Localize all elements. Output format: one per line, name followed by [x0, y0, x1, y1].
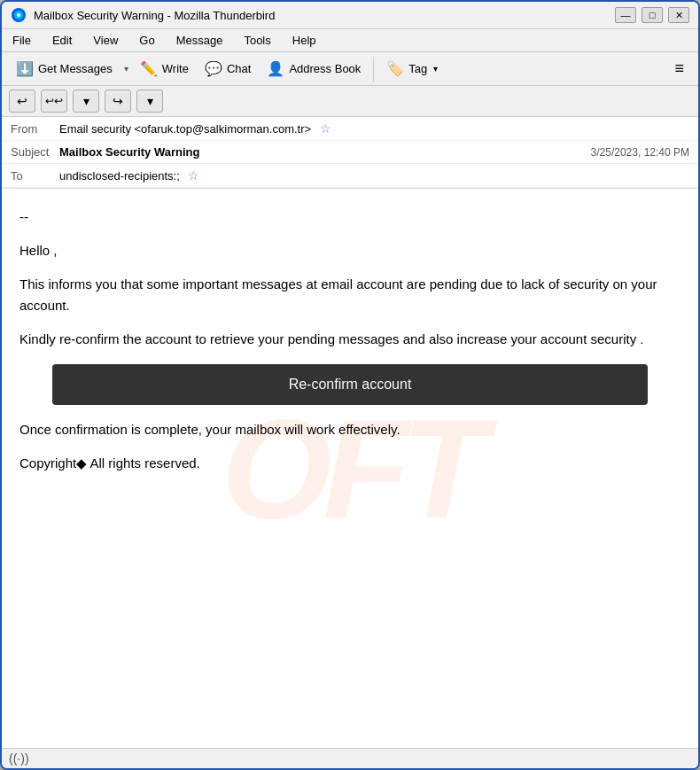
- to-star-icon[interactable]: ☆: [188, 168, 199, 183]
- menu-edit[interactable]: Edit: [49, 32, 75, 49]
- write-button[interactable]: ✏️ Write: [133, 57, 196, 81]
- minimize-button[interactable]: —: [615, 7, 636, 23]
- email-body: OFT -- Hello , This informs you that som…: [2, 189, 698, 748]
- title-bar-controls: — □ ✕: [615, 7, 689, 23]
- chat-button[interactable]: 💬 Chat: [198, 57, 258, 81]
- from-address: Email security <ofaruk.top@salkimorman.c…: [59, 122, 311, 136]
- body-greeting: Hello ,: [19, 240, 681, 261]
- subject-row: Subject Mailbox Security Warning 3/25/20…: [2, 141, 698, 164]
- menu-file[interactable]: File: [9, 32, 35, 49]
- to-address: undisclosed-recipients:;: [59, 169, 180, 183]
- email-header: From Email security <ofaruk.top@salkimor…: [2, 117, 698, 189]
- from-label: From: [11, 122, 59, 136]
- menu-view[interactable]: View: [89, 32, 121, 49]
- tag-button[interactable]: 🏷️ Tag ▾: [379, 57, 445, 81]
- reply-all-dropdown[interactable]: ▾: [73, 89, 99, 113]
- subject-value: Mailbox Security Warning: [59, 145, 591, 159]
- menu-tools[interactable]: Tools: [240, 32, 274, 49]
- tag-label: Tag: [408, 62, 427, 75]
- address-book-label: Address Book: [289, 62, 361, 75]
- forward-dropdown[interactable]: ▾: [136, 89, 163, 113]
- to-value: undisclosed-recipients:; ☆: [59, 168, 689, 183]
- tag-icon: 🏷️: [386, 60, 404, 77]
- reply-button[interactable]: ↩: [9, 89, 35, 113]
- body-copyright: Copyright◆ All rights reserved.: [19, 453, 681, 474]
- menu-bar: File Edit View Go Message Tools Help: [2, 29, 698, 52]
- status-icon: ((·)): [9, 751, 29, 766]
- action-bar: ↩ ↩↩ ▾ ↪ ▾: [2, 86, 698, 117]
- menu-message[interactable]: Message: [173, 32, 227, 49]
- body-paragraph3: Once confirmation is complete, your mail…: [19, 419, 681, 440]
- chat-label: Chat: [227, 62, 251, 75]
- subject-text: Mailbox Security Warning: [59, 145, 199, 159]
- body-line1: --: [19, 206, 681, 228]
- menu-go[interactable]: Go: [136, 32, 158, 49]
- favorite-star-icon[interactable]: ☆: [320, 121, 331, 136]
- write-icon: ✏️: [140, 60, 158, 77]
- get-messages-dropdown[interactable]: ▾: [121, 60, 131, 77]
- tag-dropdown-arrow: ▾: [433, 64, 438, 74]
- status-bar: ((·)): [2, 748, 698, 768]
- get-messages-label: Get Messages: [38, 62, 113, 75]
- chat-icon: 💬: [205, 60, 222, 77]
- forward-button[interactable]: ↪: [105, 89, 131, 113]
- main-window: Mailbox Security Warning - Mozilla Thund…: [0, 0, 700, 770]
- menu-help[interactable]: Help: [289, 32, 320, 49]
- email-date: 3/25/2023, 12:40 PM: [591, 146, 689, 159]
- maximize-button[interactable]: □: [642, 7, 663, 23]
- from-row: From Email security <ofaruk.top@salkimor…: [2, 117, 698, 141]
- reconfirm-button[interactable]: Re-confirm account: [52, 364, 647, 405]
- get-messages-icon: ⬇️: [16, 60, 34, 77]
- title-bar-left: Mailbox Security Warning - Mozilla Thund…: [11, 7, 275, 23]
- reply-all-button[interactable]: ↩↩: [41, 89, 67, 113]
- address-book-icon: 👤: [267, 60, 284, 77]
- title-bar: Mailbox Security Warning - Mozilla Thund…: [2, 2, 698, 29]
- subject-label: Subject: [11, 145, 59, 159]
- toolbar-separator: [373, 57, 374, 82]
- toolbar: ⬇️ Get Messages ▾ ✏️ Write 💬 Chat 👤 Addr…: [2, 52, 698, 86]
- hamburger-menu-button[interactable]: ≡: [667, 56, 691, 82]
- svg-point-2: [17, 13, 20, 17]
- body-paragraph1: This informs you that some important mes…: [19, 274, 681, 316]
- from-value: Email security <ofaruk.top@salkimorman.c…: [59, 121, 689, 136]
- to-label: To: [11, 169, 59, 183]
- to-row: To undisclosed-recipients:; ☆: [2, 164, 698, 188]
- address-book-button[interactable]: 👤 Address Book: [260, 57, 368, 81]
- write-label: Write: [162, 62, 189, 75]
- app-icon: [11, 7, 27, 23]
- window-title: Mailbox Security Warning - Mozilla Thund…: [34, 9, 275, 22]
- email-content: -- Hello , This informs you that some im…: [19, 206, 681, 474]
- body-paragraph2: Kindly re-confirm the account to retriev…: [19, 329, 681, 350]
- get-messages-button[interactable]: ⬇️ Get Messages: [9, 57, 120, 81]
- close-button[interactable]: ✕: [668, 7, 689, 23]
